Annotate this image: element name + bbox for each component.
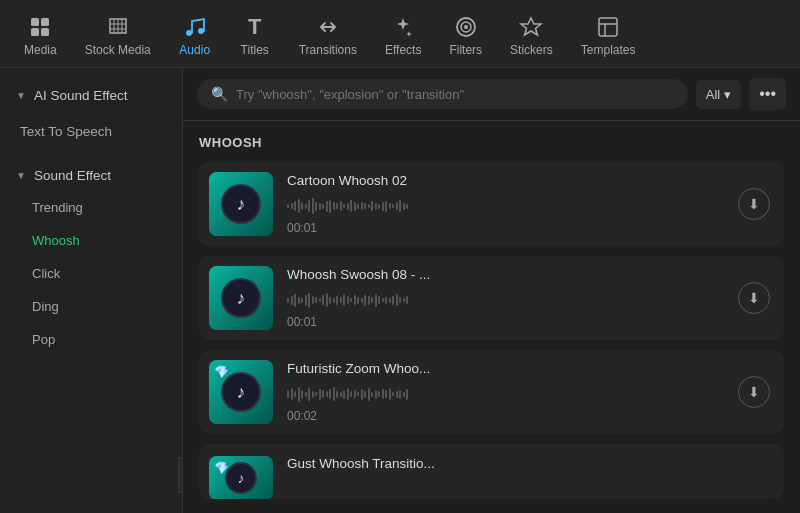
sidebar-item-whoosh[interactable]: Whoosh [0, 224, 182, 257]
svg-rect-10 [599, 18, 617, 36]
badge-diamond-icon: 💎 [214, 365, 229, 379]
more-icon: ••• [759, 85, 776, 102]
nav-audio-label: Audio [179, 43, 210, 57]
nav-effects[interactable]: Effects [371, 9, 435, 65]
sound-card[interactable]: ♪ Cartoon Whoosh 02 00:01 ⬇ [199, 162, 784, 246]
pop-label: Pop [32, 332, 55, 347]
nav-audio[interactable]: Audio [165, 9, 225, 65]
ai-sound-effect-header[interactable]: ▼ AI Sound Effect [0, 80, 182, 111]
nav-filters[interactable]: Filters [435, 9, 496, 65]
sound-thumbnail: ♪ [209, 266, 273, 330]
section-title: WHOOSH [199, 135, 784, 150]
nav-templates[interactable]: Templates [567, 9, 650, 65]
sidebar-item-click[interactable]: Click [0, 257, 182, 290]
transitions-icon [316, 15, 340, 39]
sidebar-item-trending[interactable]: Trending [0, 191, 182, 224]
sound-name: Gust Whoosh Transitio... [287, 456, 770, 471]
music-icon: ♪ [221, 278, 261, 318]
download-icon: ⬇ [748, 384, 760, 400]
sound-card[interactable]: 💎 ♪ Gust Whoosh Transitio... [199, 444, 784, 499]
sound-effect-header[interactable]: ▼ Sound Effect [0, 160, 182, 191]
search-wrapper: 🔍 [197, 79, 688, 109]
sidebar: ▼ AI Sound Effect Text To Speech ▼ Sound… [0, 68, 183, 513]
main-content: ▼ AI Sound Effect Text To Speech ▼ Sound… [0, 68, 800, 513]
search-filter-button[interactable]: All ▾ [696, 80, 741, 109]
text-to-speech-label-row[interactable]: Text To Speech [0, 115, 182, 148]
sound-card[interactable]: 💎 ♪ Futuristic Zoom Whoo... 00:02 ⬇ [199, 350, 784, 434]
sound-duration: 00:02 [287, 409, 724, 423]
nav-templates-label: Templates [581, 43, 636, 57]
sound-effect-arrow: ▼ [16, 170, 26, 181]
right-panel: 🔍 All ▾ ••• WHOOSH ♪ Ca [183, 68, 800, 513]
sidebar-collapse-button[interactable]: ‹ [178, 457, 183, 493]
waveform [287, 196, 724, 216]
filters-icon [454, 15, 478, 39]
sound-info: Gust Whoosh Transitio... [287, 456, 770, 479]
effects-icon [391, 15, 415, 39]
ai-sound-effect-label: AI Sound Effect [34, 88, 128, 103]
svg-rect-1 [41, 18, 49, 26]
svg-rect-3 [41, 28, 49, 36]
waveform [287, 290, 724, 310]
sound-duration: 00:01 [287, 315, 724, 329]
sound-info: Futuristic Zoom Whoo... 00:02 [287, 361, 724, 423]
svg-rect-0 [31, 18, 39, 26]
whoosh-label: Whoosh [32, 233, 80, 248]
text-to-speech-item[interactable]: Text To Speech [0, 115, 182, 148]
ding-label: Ding [32, 299, 59, 314]
sound-thumbnail: ♪ [209, 172, 273, 236]
nav-transitions-label: Transitions [299, 43, 357, 57]
audio-icon [183, 15, 207, 39]
nav-stickers[interactable]: Stickers [496, 9, 567, 65]
sound-duration: 00:01 [287, 221, 724, 235]
music-icon: ♪ [221, 184, 261, 224]
filter-label: All [706, 87, 720, 102]
download-icon: ⬇ [748, 290, 760, 306]
stickers-icon [519, 15, 543, 39]
filter-arrow-icon: ▾ [724, 87, 731, 102]
text-to-speech-label: Text To Speech [20, 124, 112, 139]
stock-media-icon [106, 15, 130, 39]
svg-rect-2 [31, 28, 39, 36]
nav-effects-label: Effects [385, 43, 421, 57]
sound-info: Cartoon Whoosh 02 00:01 [287, 173, 724, 235]
sound-name: Whoosh Swoosh 08 - ... [287, 267, 724, 282]
download-button[interactable]: ⬇ [738, 188, 770, 220]
ai-sound-arrow: ▼ [16, 90, 26, 101]
svg-marker-9 [521, 18, 541, 35]
sound-card[interactable]: ♪ Whoosh Swoosh 08 - ... 00:01 ⬇ [199, 256, 784, 340]
nav-transitions[interactable]: Transitions [285, 9, 371, 65]
sound-name: Cartoon Whoosh 02 [287, 173, 724, 188]
nav-stickers-label: Stickers [510, 43, 553, 57]
media-icon [28, 15, 52, 39]
ai-sound-effect-section: ▼ AI Sound Effect [0, 68, 182, 115]
nav-stock-media[interactable]: Stock Media [71, 9, 165, 65]
content-area: WHOOSH ♪ Cartoon Whoosh 02 00:01 ⬇ [183, 121, 800, 513]
waveform [287, 384, 724, 404]
nav-media[interactable]: Media [10, 9, 71, 65]
titles-icon: T [243, 15, 267, 39]
sound-effect-label: Sound Effect [34, 168, 111, 183]
search-input[interactable] [236, 87, 674, 102]
download-button[interactable]: ⬇ [738, 282, 770, 314]
svg-point-4 [186, 30, 192, 36]
search-bar: 🔍 All ▾ ••• [183, 68, 800, 121]
nav-titles-label: Titles [241, 43, 269, 57]
svg-point-8 [464, 25, 468, 29]
sound-name: Futuristic Zoom Whoo... [287, 361, 724, 376]
music-icon: ♪ [225, 462, 257, 494]
more-options-button[interactable]: ••• [749, 78, 786, 110]
sidebar-item-ding[interactable]: Ding [0, 290, 182, 323]
badge-diamond-icon: 💎 [214, 461, 229, 475]
sound-info: Whoosh Swoosh 08 - ... 00:01 [287, 267, 724, 329]
sidebar-item-pop[interactable]: Pop [0, 323, 182, 356]
nav-stock-label: Stock Media [85, 43, 151, 57]
svg-point-5 [198, 28, 204, 34]
nav-titles[interactable]: T Titles [225, 9, 285, 65]
nav-filters-label: Filters [449, 43, 482, 57]
download-button[interactable]: ⬇ [738, 376, 770, 408]
click-label: Click [32, 266, 60, 281]
sound-thumbnail: 💎 ♪ [209, 456, 273, 499]
sound-thumbnail: 💎 ♪ [209, 360, 273, 424]
top-navigation: Media Stock Media Audio T Titles [0, 0, 800, 68]
